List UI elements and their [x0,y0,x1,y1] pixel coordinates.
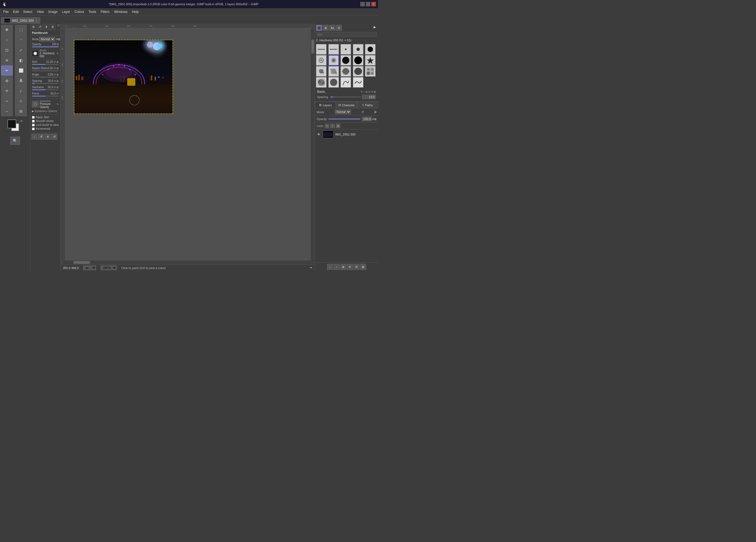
force-slider[interactable] [32,96,59,97]
spacing-slider[interactable] [32,83,59,84]
aspect-value[interactable]: 0,00 [48,67,53,70]
search-tools-button[interactable]: 🔍 [10,137,20,145]
vscroll-thumb[interactable] [311,40,314,53]
spacing-reset-icon[interactable]: ↺ [54,80,56,82]
layers-opacity-reset[interactable]: ↺ [372,118,374,121]
panel-menu-button[interactable]: ▶ [372,25,377,31]
menu-filters[interactable]: Filters [98,9,112,14]
tab-close-button[interactable]: × [36,19,37,22]
lock-position-button[interactable]: ⊞ [336,124,340,128]
brush-cell-star[interactable] [365,55,376,66]
brush-action-dup[interactable]: ⊕ [365,90,368,93]
new-layer-from-visible[interactable]: ↓ [327,264,333,270]
layers-mode-chain[interactable]: ⊞ [374,111,376,114]
color-selector[interactable]: ⇄ [7,120,23,133]
brush-edit-button[interactable]: ✎ [56,52,59,55]
mode-select[interactable]: Normal [39,37,55,42]
menu-windows[interactable]: Windows [112,9,130,14]
layers-tab[interactable]: ⊞ Layers [315,102,336,108]
angle-value[interactable]: 0,00 [48,73,53,76]
transform-button[interactable]: ⤢ [15,45,27,55]
layers-opacity-slider[interactable] [328,118,360,120]
layers-opacity-value[interactable]: 100,0 [362,117,372,121]
lasso-button[interactable]: ○ [1,35,13,45]
aspect-chain-icon[interactable]: ⊞ [56,67,59,70]
brush-preview[interactable] [32,50,39,57]
angle-reset-icon[interactable]: ↺ [54,73,56,76]
reset-button[interactable]: ↺ [38,134,44,140]
aspect-slider[interactable] [32,70,59,71]
brush-cell-5[interactable] [365,44,376,55]
incremental-checkbox[interactable] [32,128,35,130]
layer-visibility-eye[interactable]: 👁 [317,132,321,137]
brush-panel-tab3[interactable]: Aa [329,25,335,31]
align-button[interactable]: ⊞ [15,106,27,116]
menu-colors[interactable]: Colors [72,9,87,14]
minimize-button[interactable]: – [360,2,365,6]
force-value[interactable]: 50,0 [51,92,56,95]
unit-selector[interactable]: px mm cm in [83,266,96,270]
hardness-reset-icon[interactable]: ↺ [54,86,56,89]
paintbrush-button[interactable]: ✒ [1,66,13,76]
brush-action-edit[interactable]: ✎ [361,90,363,93]
spacing-value-display[interactable]: 10,0 [362,95,376,99]
brush-panel-tab4[interactable]: ☰ [336,25,342,31]
tool-options-tab4[interactable]: ☰ [50,24,56,30]
size-chain-icon[interactable]: ⊞ [56,61,59,63]
mode-reset-icon[interactable]: ↺ [56,38,58,41]
apply-jitter-checkbox[interactable] [32,116,35,119]
hardness-value[interactable]: 50,0 [48,86,53,89]
move-tool-button[interactable]: ✥ [1,25,13,35]
brush-cell-spatter1[interactable] [316,66,326,77]
layers-opacity-chain[interactable]: ⊞ [374,118,376,121]
options-collapse-button[interactable]: ◁ [56,24,60,30]
angle-slider[interactable] [32,77,59,78]
image-tab[interactable]: IMG_2952-300 × [1,17,40,24]
warp-button[interactable]: ≋ [1,55,13,65]
brush-cell-texture2[interactable] [316,77,326,88]
layer-row[interactable]: 👁 IMG_2952-300 [315,130,378,139]
delete-layer-button[interactable]: ✕ [347,264,353,270]
raise-layer-button[interactable]: ↑ [334,264,340,270]
brush-cell-2[interactable] [328,44,339,55]
dynamics-edit-button[interactable]: ✎ [56,103,59,106]
lock-alpha-button[interactable]: + [330,124,335,128]
menu-view[interactable]: View [34,9,46,14]
restore-defaults-button[interactable]: ↓ [31,134,37,140]
paths-button[interactable]: ⌗ [15,96,27,106]
brush-filter-input[interactable] [316,32,377,37]
rect-select-button[interactable]: ⬚ [15,25,27,35]
delete-preset-button[interactable]: ✕ [45,134,51,140]
save-preset-button[interactable]: ↺ [51,134,57,140]
hardness-chain-icon[interactable]: ⊞ [56,86,59,89]
lock-brush-checkbox[interactable] [32,124,35,126]
spacing-value[interactable]: 10,0 [48,79,53,82]
brush-cell-9[interactable] [353,55,363,66]
channels-tab[interactable]: ⊟ Channels [336,102,357,108]
menu-select[interactable]: Select [21,9,34,14]
brush-cell-script2[interactable] [353,77,363,88]
eraser-button[interactable]: ⬜ [15,66,27,76]
vertical-scrollbar[interactable] [311,29,315,261]
lock-pixels-button[interactable]: ✏ [325,124,329,128]
zoom-selector[interactable]: 100 % 50 % 200 % [101,266,117,270]
layers-mode-select[interactable]: Normal [335,110,351,114]
brush-panel-tab1[interactable]: ⬛ [316,25,322,31]
bucket-fill-button[interactable]: ◧ [15,55,27,65]
brush-action-del[interactable]: ✕ [368,90,370,93]
tool-options-tab2[interactable]: ↺ [37,24,43,30]
hscroll-thumb[interactable] [74,261,90,264]
brush-action-refresh[interactable]: ↺ [371,90,373,93]
foreground-color[interactable] [7,120,16,128]
brush-cell-texture1[interactable] [365,66,376,77]
clone-button[interactable]: ⊕ [1,76,13,86]
size-slider[interactable] [32,64,59,65]
opacity-value[interactable]: 100,0 [52,43,59,46]
merge-layers-button[interactable]: ⊞ [360,264,366,270]
text-button[interactable]: A [15,76,27,86]
brush-cell-script1[interactable] [341,77,351,88]
brush-cell-4[interactable] [353,44,363,55]
smudge-button[interactable]: ≈ [1,96,13,106]
brush-action-config[interactable]: ⊞ [374,90,376,93]
menu-layer[interactable]: Layer [60,9,72,14]
